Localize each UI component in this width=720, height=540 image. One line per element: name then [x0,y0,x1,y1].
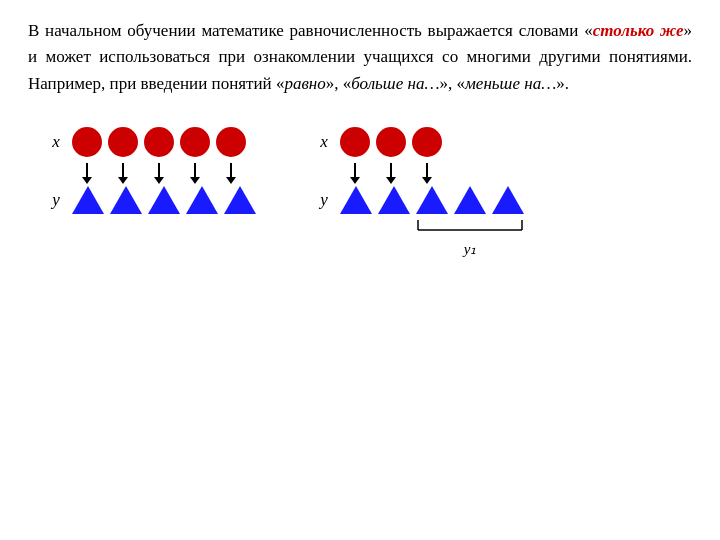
triangle-4 [186,186,218,214]
diagram2-x-label: x [316,132,332,152]
arrow-line-4 [194,163,196,177]
arrow-head-1 [82,177,92,184]
arrow-d2-1 [340,163,370,184]
arrow-d2-head-1 [350,177,360,184]
arrow-d2-line-1 [354,163,356,177]
diagram1-x-row: x [48,127,256,157]
triangle-5 [224,186,256,214]
italic3: меньше на… [465,74,556,93]
circle-5 [216,127,246,157]
triangle-1 [72,186,104,214]
diagram2-x-row: x [316,127,526,157]
arrow-2 [108,163,138,184]
diagram2-y1-label: y₁ [464,240,477,258]
arrow-4 [180,163,210,184]
diagram1-triangles-row [72,186,256,214]
arrow-line-5 [230,163,232,177]
diagram1-y-label: y [48,190,64,210]
triangle-3 [148,186,180,214]
arrow-3 [144,163,174,184]
arrow-1 [72,163,102,184]
diagram1-circles-row [72,127,246,157]
diagram1-arrows [72,163,256,184]
diagram1-y-row: y [48,186,256,214]
circle-4 [180,127,210,157]
arrow-5 [216,163,246,184]
diagram2-y-label: y [316,190,332,210]
triangle-d2-4 [454,186,486,214]
arrow-d2-2 [376,163,406,184]
text-before: В начальном обучении математике равночис… [28,21,593,40]
main-content: В начальном обучении математике равночис… [0,0,720,268]
arrow-d2-line-3 [426,163,428,177]
italic1: равно [284,74,325,93]
paragraph-text: В начальном обучении математике равночис… [28,18,692,97]
triangle-d2-1 [340,186,372,214]
arrow-line-3 [158,163,160,177]
text2: », « [326,74,352,93]
arrow-head-3 [154,177,164,184]
text3: », « [440,74,466,93]
italic-red-text: столько же [593,21,684,40]
arrow-head-4 [190,177,200,184]
diagram1-x-label: x [48,132,64,152]
triangle-d2-3 [416,186,448,214]
italic2: больше на… [351,74,439,93]
circle-d2-1 [340,127,370,157]
bracket-svg [414,220,526,238]
diagram2-triangles-row [340,186,524,214]
diagrams-container: x [28,127,692,258]
bracket-with-label: y₁ [414,220,526,258]
arrow-line-1 [86,163,88,177]
diagram-2: x [316,127,526,258]
triangle-d2-5 [492,186,524,214]
triangle-2 [110,186,142,214]
arrow-d2-head-3 [422,177,432,184]
circle-d2-2 [376,127,406,157]
triangle-d2-2 [378,186,410,214]
diagram-1: x [48,127,256,218]
diagram2-bracket-area: y₁ [340,220,526,258]
arrow-d2-head-2 [386,177,396,184]
arrow-head-2 [118,177,128,184]
diagram2-arrows [340,163,526,184]
diagram2-y-row: y [316,186,526,214]
circle-3 [144,127,174,157]
arrow-d2-line-2 [390,163,392,177]
arrow-d2-3 [412,163,442,184]
circle-2 [108,127,138,157]
arrow-line-2 [122,163,124,177]
circle-1 [72,127,102,157]
arrow-head-5 [226,177,236,184]
diagram2-circles-row [340,127,442,157]
circle-d2-3 [412,127,442,157]
text4: ». [556,74,569,93]
